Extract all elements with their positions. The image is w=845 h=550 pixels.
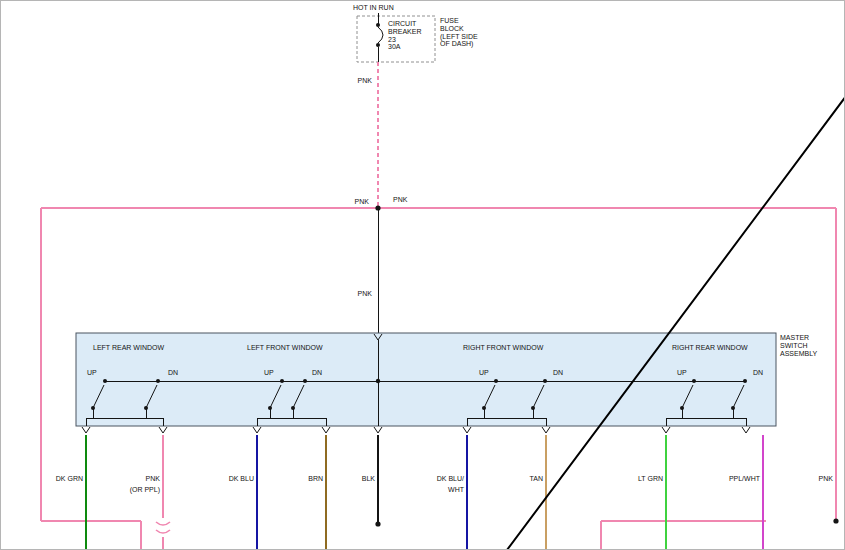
pnk-label-mid: PNK: [339, 290, 372, 298]
wire-label-ppl-wht: PPL/WHT: [690, 475, 760, 483]
fuse-block-line-1: FUSE: [440, 17, 478, 25]
up-label-left-front: UP: [264, 369, 274, 377]
section-label-left-front: LEFT FRONT WINDOW: [247, 344, 323, 352]
wire-label-dk-blu: DK BLU: [184, 475, 254, 483]
up-label-left-rear: UP: [87, 369, 97, 377]
wire-label-pnk-or-ppl: PNK: [90, 475, 160, 483]
pnk-label-top: PNK: [339, 77, 372, 85]
breaker-number: 23: [388, 36, 421, 44]
wire-break-symbol: [156, 522, 170, 525]
fuse-block-line-3: (LEFT SIDE: [440, 33, 478, 41]
pnk-label-junction-right: PNK: [393, 196, 407, 204]
breaker-element: [378, 27, 383, 43]
breaker-rating: 30A: [388, 43, 421, 51]
wire-label-dk-grn: DK GRN: [13, 475, 83, 483]
dn-label-left-front: DN: [312, 369, 322, 377]
up-label-right-rear: UP: [677, 369, 687, 377]
feed-wire-group: [41, 62, 836, 333]
dn-label-right-front: DN: [553, 369, 563, 377]
up-label-right-front: UP: [479, 369, 489, 377]
master-switch-box: [76, 333, 776, 426]
master-switch-box-group: [76, 333, 776, 433]
assembly-line-2: SWITCH: [780, 342, 817, 350]
pnk-label-junction-left: PNK: [329, 198, 369, 206]
hot-in-run-label: HOT IN RUN: [353, 4, 394, 12]
wiring-diagram: [1, 1, 845, 550]
wire-label-lt-grn: LT GRN: [593, 475, 663, 483]
fuse-block-line-2: BLOCK: [440, 25, 478, 33]
section-label-right-front: RIGHT FRONT WINDOW: [463, 344, 543, 352]
section-label-right-rear: RIGHT REAR WINDOW: [672, 344, 748, 352]
wire-label-dk-blu-wht: DK BLU/: [394, 475, 464, 483]
section-label-left-rear: LEFT REAR WINDOW: [93, 344, 164, 352]
wire-label-tan: TAN: [473, 475, 543, 483]
fuse-block-line-4: OF DASH): [440, 40, 478, 48]
assembly-line-3: ASSEMBLY: [780, 350, 817, 358]
wire-label-pnk-right: PNK: [763, 475, 833, 483]
breaker-line-2: BREAKER: [388, 28, 421, 36]
assembly-line-1: MASTER: [780, 334, 817, 342]
wire-label-or-ppl: (OR PPL): [90, 486, 160, 494]
dn-label-right-rear: DN: [753, 369, 763, 377]
wire-label-wht: WHT: [394, 486, 464, 494]
fuse-block-label: FUSE BLOCK (LEFT SIDE OF DASH): [440, 17, 478, 48]
breaker-line-1: CIRCUIT: [388, 20, 421, 28]
wire-label-blk: BLK: [305, 475, 375, 483]
master-switch-assembly-label: MASTER SWITCH ASSEMBLY: [780, 334, 817, 357]
wiring-diagram-canvas: HOT IN RUN CIRCUIT BREAKER 23 30A FUSE B…: [0, 0, 845, 550]
circuit-breaker-label: CIRCUIT BREAKER 23 30A: [388, 20, 421, 51]
dn-label-left-rear: DN: [168, 369, 178, 377]
